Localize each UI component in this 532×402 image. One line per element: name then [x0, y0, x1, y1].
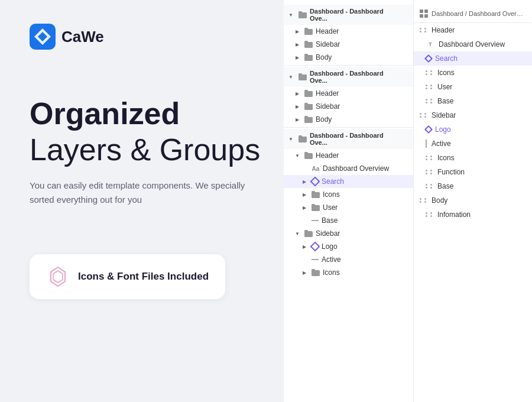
detail-icons-label: Icons — [437, 69, 455, 77]
tree-item-dashov[interactable]: Aa Dashboard Overview — [284, 162, 413, 175]
tree-item-icons[interactable]: ▶ Icons — [284, 188, 413, 201]
chevron-right-icon: ▶ — [300, 177, 309, 186]
text-type-icon: Aa — [311, 166, 320, 172]
detail-header[interactable]: Header — [414, 23, 532, 37]
chevron-right-icon: ▶ — [300, 203, 309, 212]
detail-sidebar-label: Sidebar — [432, 111, 456, 119]
folder-icon — [304, 115, 313, 124]
folder-icon — [298, 73, 307, 81]
detail-active-label: Active — [432, 140, 451, 148]
detail-base[interactable]: Base — [414, 94, 532, 108]
detail-active[interactable]: Active — [414, 137, 532, 151]
detail-function[interactable]: Function — [414, 165, 532, 179]
tree-section-3[interactable]: ▼ Dashboard - Dashboard Ove... — [284, 129, 413, 149]
separator-2 — [284, 127, 413, 128]
diamond-icon — [310, 177, 320, 187]
tree-item-base[interactable]: Base — [284, 214, 413, 227]
detail-icons[interactable]: Icons — [414, 66, 532, 80]
tree-panel[interactable]: ▼ Dashboard - Dashboard Ove... ▶ Header … — [284, 0, 414, 402]
dots-icon — [426, 182, 434, 190]
tree-item-s2-header[interactable]: ▶ Header — [284, 87, 413, 100]
s2-header-label: Header — [316, 89, 339, 98]
tree-section-2[interactable]: ▼ Dashboard - Dashboard Ove... — [284, 67, 413, 87]
detail-logo[interactable]: Logo — [414, 122, 532, 137]
detail-t-icon: T Dashboard Overview — [414, 37, 532, 51]
detail-infomation-label: Infomation — [437, 210, 471, 219]
vert-dash-icon — [426, 140, 427, 148]
layers-panel: ▼ Dashboard - Dashboard Ove... ▶ Header … — [284, 0, 532, 402]
detail-user-label: User — [437, 83, 452, 91]
badge-icon — [46, 265, 70, 288]
detail-function-label: Function — [437, 168, 465, 176]
chevron-right-icon: ▶ — [293, 115, 301, 124]
chevron-right-icon: ▶ — [300, 268, 309, 277]
dots-icon — [426, 69, 434, 77]
diamond-icon — [310, 242, 320, 252]
detail-search-label: Search — [435, 54, 458, 63]
detail-body[interactable]: Body — [414, 193, 532, 208]
breadcrumb-text: Dashboard / Dashboard Overview... — [432, 10, 526, 17]
detail-icons2-label: Icons — [437, 154, 455, 162]
dots-icon — [426, 168, 434, 176]
chevron-right-icon: ▶ — [293, 102, 301, 111]
tree-section-1[interactable]: ▼ Dashboard - Dashboard Ove... — [284, 5, 413, 25]
folder-icon — [298, 11, 307, 19]
dots-icon — [426, 154, 434, 162]
tree-item-logo[interactable]: ▶ Logo — [284, 240, 413, 253]
badge-text: Icons & Font Files Included — [78, 271, 209, 283]
type-t-icon: T — [426, 41, 435, 47]
folder-icon — [298, 135, 307, 143]
s3-header-label: Header — [316, 151, 339, 160]
detail-infomation[interactable]: Infomation — [414, 208, 532, 222]
folder-icon — [304, 27, 313, 35]
heading-organized: Organized — [30, 97, 266, 131]
chevron-right-icon: ▶ — [293, 40, 301, 48]
tree-item-user[interactable]: ▶ User — [284, 201, 413, 214]
description-text: You can easily edit template components.… — [30, 179, 254, 207]
chevron-down-icon: ▼ — [293, 151, 301, 160]
tree-item-active[interactable]: Active — [284, 253, 413, 266]
dots-icon — [426, 97, 434, 105]
tree-item-s2-sidebar[interactable]: ▶ Sidebar — [284, 100, 413, 113]
active-label: Active — [322, 255, 341, 264]
separator-1 — [284, 65, 413, 66]
dots-icon — [420, 111, 428, 119]
tree-item-s1-body[interactable]: ▶ Body — [284, 51, 413, 64]
dots-icon — [426, 83, 434, 91]
dots-icon — [420, 196, 428, 205]
section1-label: Dashboard - Dashboard Ove... — [310, 8, 387, 22]
detail-search[interactable]: Search — [414, 51, 532, 66]
folder-icon — [311, 190, 320, 199]
tree-item-s1-header[interactable]: ▶ Header — [284, 25, 413, 38]
detail-base2[interactable]: Base — [414, 179, 532, 193]
dash-icon — [312, 259, 319, 260]
detail-user[interactable]: User — [414, 80, 532, 94]
detail-breadcrumb: Dashboard / Dashboard Overview... — [414, 5, 532, 23]
chevron-down-icon: ▼ — [288, 137, 293, 142]
chevron-right-icon: ▶ — [293, 27, 301, 35]
detail-header-label: Header — [432, 26, 455, 34]
dash-icon — [312, 220, 319, 221]
folder-icon — [304, 40, 313, 48]
heading-layers: Layers & Groups — [30, 133, 266, 167]
detail-sidebar[interactable]: Sidebar — [414, 108, 532, 122]
tree-item-search[interactable]: ▶ Search — [284, 175, 413, 188]
logo-icon — [30, 24, 56, 50]
detail-dashov-label: Dashboard Overview — [439, 40, 505, 48]
tree-item-s1-sidebar[interactable]: ▶ Sidebar — [284, 38, 413, 51]
chevron-right-icon: ▶ — [293, 53, 301, 61]
tree-item-s3-sidebar[interactable]: ▼ Sidebar — [284, 227, 413, 240]
chevron-down-icon: ▼ — [288, 74, 293, 80]
user-label: User — [323, 203, 338, 212]
tree-item-s3-header[interactable]: ▼ Header — [284, 149, 413, 162]
detail-body-label: Body — [432, 196, 447, 205]
detail-icons2[interactable]: Icons — [414, 151, 532, 165]
tree-item-icons2[interactable]: ▶ Icons — [284, 266, 413, 279]
search-label: Search — [322, 177, 344, 186]
tree-item-s2-body[interactable]: ▶ Body — [284, 113, 413, 126]
section3-label: Dashboard - Dashboard Ove... — [310, 132, 387, 146]
detail-logo-label: Logo — [435, 125, 451, 134]
s3-sidebar-label: Sidebar — [316, 229, 340, 238]
dashov-label: Dashboard Overview — [323, 164, 389, 173]
icons2-label: Icons — [323, 268, 340, 277]
